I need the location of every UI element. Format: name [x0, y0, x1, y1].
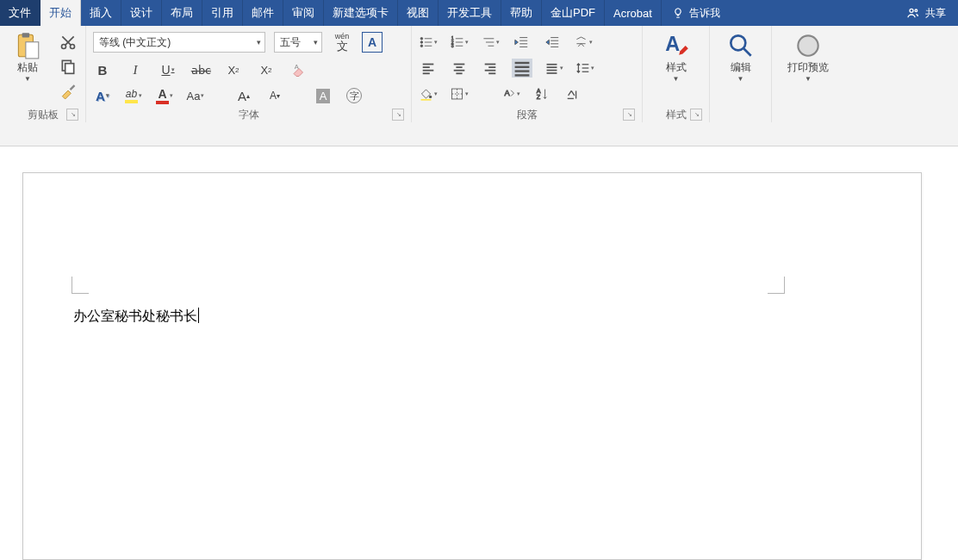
- superscript-button[interactable]: X2: [257, 60, 276, 79]
- enclose-characters-button[interactable]: 字: [345, 86, 364, 105]
- tab-file[interactable]: 文件: [0, 0, 40, 26]
- phonetic-guide-button[interactable]: wén文: [331, 31, 353, 53]
- styles-launcher[interactable]: [690, 109, 702, 121]
- tab-help[interactable]: 帮助: [501, 0, 542, 26]
- margin-mark: [768, 277, 785, 294]
- tab-jinshan-pdf[interactable]: 金山PDF: [542, 0, 605, 26]
- sort-button[interactable]: AZ: [532, 84, 551, 103]
- ribbon-tabstrip: 文件 开始 插入 设计 布局 引用 邮件 审阅 新建选项卡 视图 开发工具 帮助…: [0, 0, 958, 26]
- share-button[interactable]: 共享: [894, 0, 958, 26]
- bullets-button[interactable]: ▾: [419, 33, 438, 52]
- tab-view[interactable]: 视图: [398, 0, 439, 26]
- line-spacing-button[interactable]: ▾: [575, 59, 594, 78]
- editing-button[interactable]: 编辑 ▼: [720, 29, 762, 103]
- character-shading-button[interactable]: A: [314, 86, 333, 105]
- tab-insert[interactable]: 插入: [81, 0, 121, 26]
- borders-button[interactable]: ▾: [450, 84, 469, 103]
- group-label-clipboard: 剪贴板: [28, 108, 59, 122]
- record-icon: [793, 31, 823, 60]
- bold-button[interactable]: B: [93, 60, 112, 79]
- svg-point-14: [420, 45, 423, 47]
- underline-button[interactable]: U▾: [159, 60, 177, 79]
- svg-rect-8: [65, 64, 74, 74]
- copy-icon: [59, 58, 77, 75]
- text-effects-button[interactable]: A▾: [93, 86, 112, 105]
- distributed-button[interactable]: ▾: [544, 59, 563, 78]
- tab-developer[interactable]: 开发工具: [439, 0, 501, 26]
- ribbon: 粘贴 ▼ 剪贴板 等线 (中文正文)▾ 五号▾ wén文 A B: [0, 26, 958, 146]
- numbering-icon: 123: [450, 34, 464, 50]
- font-name-combo[interactable]: 等线 (中文正文)▾: [93, 32, 265, 53]
- svg-rect-60: [452, 89, 463, 99]
- show-marks-button[interactable]: [563, 84, 582, 103]
- cut-button[interactable]: [59, 33, 78, 52]
- numbering-button[interactable]: 123▾: [450, 33, 469, 52]
- paragraph-launcher[interactable]: [623, 109, 635, 121]
- svg-text:Z: Z: [537, 93, 541, 101]
- group-styles: A 样式 ▼ 样式: [643, 26, 710, 122]
- font-launcher[interactable]: [392, 109, 404, 121]
- change-case-button[interactable]: Aa▾: [186, 86, 205, 105]
- caret-icon: ▼: [24, 75, 31, 83]
- clear-formatting-button[interactable]: A: [289, 60, 308, 79]
- asian-layout-button[interactable]: ▾: [574, 33, 593, 52]
- tab-acrobat[interactable]: Acrobat: [605, 0, 662, 26]
- eraser-icon: A: [291, 62, 307, 78]
- margin-mark: [72, 277, 89, 294]
- strikethrough-button[interactable]: a̶b̶c̶: [191, 60, 210, 79]
- group-label-styles: 样式: [666, 108, 687, 122]
- character-border-button[interactable]: A: [362, 32, 383, 53]
- align-right-button[interactable]: [481, 59, 500, 78]
- tell-me[interactable]: 告诉我: [662, 0, 731, 26]
- decrease-indent-button[interactable]: [512, 33, 531, 52]
- bullets-icon: [419, 34, 433, 50]
- align-right-icon: [482, 60, 498, 76]
- group-label-paragraph: 段落: [517, 108, 538, 122]
- person-icon: [906, 6, 920, 20]
- shading-button[interactable]: ▾: [419, 84, 438, 103]
- svg-point-1: [915, 9, 918, 12]
- align-left-button[interactable]: [419, 59, 438, 78]
- tab-home[interactable]: 开始: [40, 0, 81, 26]
- print-preview-button[interactable]: 打印预览 ▼: [782, 29, 834, 103]
- increase-indent-button[interactable]: [543, 33, 562, 52]
- shrink-font-button[interactable]: A▾: [265, 86, 284, 105]
- format-painter-button[interactable]: [59, 81, 78, 100]
- tell-me-label: 告诉我: [689, 6, 720, 21]
- group-paragraph: ▾ 123▾ ▾ ▾ ▾ ▾ ▾ ▾ A▾ AZ: [412, 26, 643, 122]
- tab-layout[interactable]: 布局: [162, 0, 202, 26]
- grow-font-button[interactable]: A▴: [234, 86, 253, 105]
- pilcrow-icon: [565, 86, 581, 102]
- tab-newtab[interactable]: 新建选项卡: [324, 0, 398, 26]
- styles-button[interactable]: A 样式 ▼: [656, 29, 697, 103]
- highlight-button[interactable]: ab▾: [124, 86, 143, 105]
- copy-button[interactable]: [59, 57, 78, 76]
- borders-icon: [450, 86, 464, 102]
- font-color-button[interactable]: A▾: [155, 86, 174, 105]
- document-text[interactable]: 办公室秘书处秘书长: [73, 308, 199, 326]
- svg-rect-59: [421, 99, 432, 101]
- subscript-button[interactable]: X2: [224, 60, 243, 79]
- distributed-icon: [544, 60, 559, 76]
- tab-review[interactable]: 审阅: [283, 0, 324, 26]
- paste-button[interactable]: 粘贴 ▼: [7, 29, 48, 103]
- share-label: 共享: [925, 6, 946, 21]
- svg-line-68: [743, 48, 751, 56]
- lightbulb-icon: [672, 7, 684, 19]
- tab-design[interactable]: 设计: [121, 0, 162, 26]
- svg-text:A: A: [665, 33, 680, 55]
- multilevel-list-button[interactable]: ▾: [481, 33, 500, 52]
- page[interactable]: 办公室秘书处秘书长: [22, 172, 922, 560]
- text-direction-button[interactable]: A▾: [501, 84, 520, 103]
- italic-button[interactable]: I: [126, 60, 145, 79]
- clipboard-launcher[interactable]: [66, 109, 78, 121]
- align-justify-button[interactable]: [512, 59, 532, 78]
- svg-text:A: A: [504, 89, 510, 97]
- tab-references[interactable]: 引用: [202, 0, 243, 26]
- align-center-button[interactable]: [450, 59, 469, 78]
- text-direction-icon: A: [501, 86, 516, 102]
- font-size-combo[interactable]: 五号▾: [274, 32, 322, 53]
- svg-text:3: 3: [451, 43, 454, 48]
- tab-mailings[interactable]: 邮件: [243, 0, 283, 26]
- group-clipboard: 粘贴 ▼ 剪贴板: [0, 26, 86, 122]
